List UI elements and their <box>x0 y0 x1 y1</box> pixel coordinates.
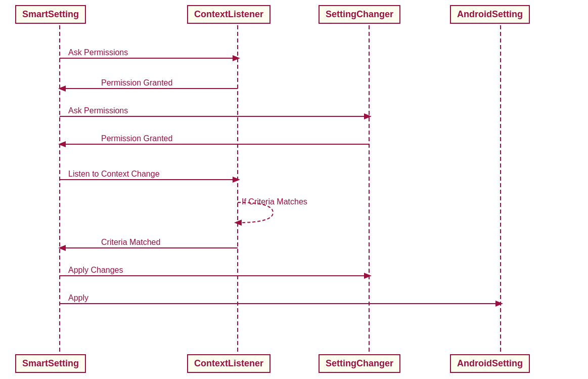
svg-marker-13 <box>233 177 240 183</box>
msg5-label: Listen to Context Change <box>68 170 160 179</box>
svg-marker-14 <box>234 220 242 226</box>
actor-contextlistener-top: ContextListener <box>187 5 270 24</box>
svg-marker-5 <box>233 55 240 61</box>
svg-marker-9 <box>364 113 372 119</box>
svg-marker-16 <box>58 245 66 251</box>
msg4-label: Permission Granted <box>101 134 172 143</box>
msg7-label: Criteria Matched <box>101 238 160 247</box>
sequence-diagram: SmartSetting ContextListener SettingChan… <box>0 0 588 379</box>
svg-marker-20 <box>495 301 503 307</box>
svg-marker-11 <box>58 141 66 147</box>
msg1-label: Ask Permissions <box>68 48 128 57</box>
svg-marker-7 <box>58 86 66 92</box>
svg-marker-18 <box>364 273 372 279</box>
msg6-label: If Criteria Matches <box>242 197 307 206</box>
actor-smartsetting-bottom: SmartSetting <box>15 354 86 373</box>
msg2-label: Permission Granted <box>101 78 172 88</box>
msg8-label: Apply Changes <box>68 266 123 275</box>
actor-settingchanger-top: SettingChanger <box>319 5 400 24</box>
actor-contextlistener-bottom: ContextListener <box>187 354 270 373</box>
actor-smartsetting-top: SmartSetting <box>15 5 86 24</box>
actor-settingchanger-bottom: SettingChanger <box>319 354 400 373</box>
actor-androidsetting-bottom: AndroidSetting <box>450 354 530 373</box>
msg9-label: Apply <box>68 293 88 303</box>
actor-androidsetting-top: AndroidSetting <box>450 5 530 24</box>
msg3-label: Ask Permissions <box>68 106 128 115</box>
